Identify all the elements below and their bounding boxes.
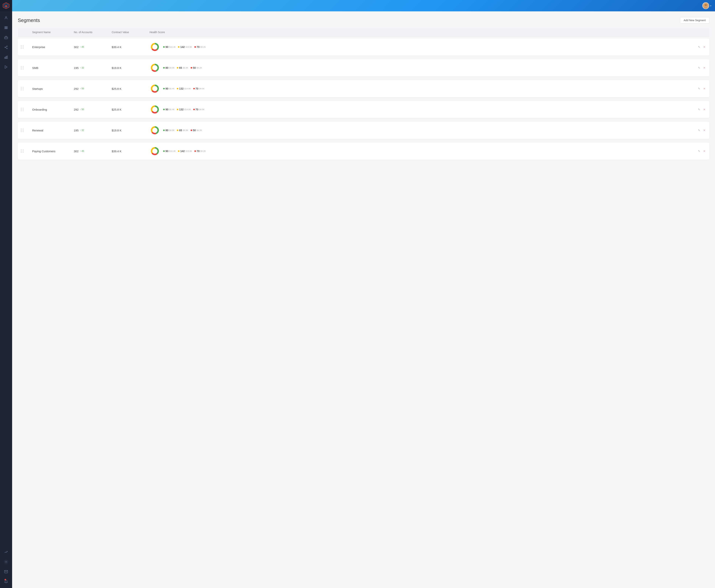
chart-bar-icon xyxy=(4,55,8,59)
segment-name: Startups xyxy=(32,87,74,90)
score-group: 132 $14.8K xyxy=(177,108,191,111)
avatar-image xyxy=(703,3,709,9)
chart-analytics-icon xyxy=(4,550,8,554)
accounts-cell: 195 ↑ 32 xyxy=(74,129,112,132)
table-row: Paying Customers 302 ↑ 45 $39.4 K 90 $10… xyxy=(18,143,709,160)
score-group: 90 $6.4K xyxy=(163,108,175,111)
score-value: 90 xyxy=(166,45,169,48)
user-avatar-container[interactable]: ▾ xyxy=(702,2,711,9)
sidebar-item-notification[interactable] xyxy=(4,577,8,586)
drag-dot xyxy=(21,131,22,132)
sidebar-item-user[interactable] xyxy=(0,13,12,22)
score-amount: $19.8K xyxy=(186,150,192,152)
score-value: 90 xyxy=(166,108,169,111)
app-logo-icon xyxy=(3,2,9,9)
user-menu-chevron-icon: ▾ xyxy=(710,5,711,7)
edit-button[interactable]: ✎ xyxy=(697,149,701,153)
drag-handle[interactable] xyxy=(21,108,24,111)
svg-marker-17 xyxy=(5,66,7,68)
drag-dot xyxy=(21,48,22,49)
accounts-delta: ↑ 45 xyxy=(80,150,84,152)
row-actions: ✎ ✕ xyxy=(697,86,706,91)
health-cell: 90 $6.4K 132 $14.8K 70 $4.6K ✎ ✕ xyxy=(150,83,706,94)
drag-dot xyxy=(21,87,22,88)
score-group: 90 $6.4K xyxy=(163,87,175,90)
page-title: Segments xyxy=(18,17,40,23)
svg-rect-15 xyxy=(6,57,6,59)
drag-dot xyxy=(21,69,22,69)
sidebar-item-briefcase[interactable] xyxy=(0,33,12,42)
col-segment-name: Segment Name xyxy=(32,31,74,34)
list-icon xyxy=(4,26,8,29)
drag-dot xyxy=(21,45,22,46)
drag-dot xyxy=(23,149,23,150)
score-group: 142 $19.8K xyxy=(178,45,192,48)
sidebar-item-analytics[interactable] xyxy=(4,547,8,556)
contract-value: $39.4 K xyxy=(112,45,150,49)
sidebar-item-chart-bar[interactable] xyxy=(0,52,12,62)
sidebar-item-play[interactable] xyxy=(0,63,12,71)
svg-point-24 xyxy=(152,86,157,91)
score-group: 70 $9.2K xyxy=(194,45,206,48)
score-amount: $6.8K xyxy=(183,129,188,131)
edit-button[interactable]: ✎ xyxy=(697,107,701,112)
sidebar-bottom xyxy=(4,546,8,588)
score-group: 90 $10.4K xyxy=(163,45,176,48)
drag-handle[interactable] xyxy=(21,87,24,90)
score-amount: $6.4K xyxy=(169,87,175,90)
edit-button[interactable]: ✎ xyxy=(697,128,701,132)
segment-name: Enterprise xyxy=(32,45,74,49)
sidebar-item-settings[interactable] xyxy=(4,557,8,566)
donut-chart xyxy=(150,125,160,135)
donut-chart xyxy=(150,104,160,115)
drag-handle[interactable] xyxy=(21,66,24,69)
score-dot xyxy=(177,67,178,68)
score-dot xyxy=(177,109,178,110)
delete-button[interactable]: ✕ xyxy=(702,149,706,153)
delete-button[interactable]: ✕ xyxy=(702,86,706,91)
add-new-segment-button[interactable]: Add New Segment xyxy=(680,17,709,23)
health-cell: 80 $8.8K 65 $6.8K 50 $4.2K ✎ ✕ xyxy=(150,63,706,73)
contract-value: $19.8 K xyxy=(112,129,150,132)
segment-name: Paying Customers xyxy=(32,150,74,153)
edit-button[interactable]: ✎ xyxy=(697,86,701,91)
row-actions: ✎ ✕ xyxy=(697,149,706,153)
sidebar-item-share[interactable] xyxy=(0,43,12,52)
contract-value: $39.4 K xyxy=(112,150,150,153)
edit-button[interactable]: ✎ xyxy=(697,65,701,70)
score-value: 50 xyxy=(193,129,196,132)
drag-handle[interactable] xyxy=(21,45,24,49)
delete-button[interactable]: ✕ xyxy=(702,128,706,132)
sidebar-logo[interactable] xyxy=(0,0,12,12)
svg-point-18 xyxy=(6,562,7,563)
delete-button[interactable]: ✕ xyxy=(702,107,706,112)
top-header: ▾ xyxy=(12,0,715,12)
avatar-svg xyxy=(703,2,709,9)
score-group: 142 $19.8K xyxy=(178,150,192,153)
table-row: Onboarding 292 ↑ 50 $25.8 K 90 $6.4K 132… xyxy=(18,101,709,118)
score-dot xyxy=(193,88,195,89)
drag-dot xyxy=(21,108,22,108)
svg-point-9 xyxy=(7,46,7,47)
score-dot xyxy=(163,46,165,48)
edit-button[interactable]: ✎ xyxy=(697,45,701,49)
drag-dot xyxy=(21,47,22,47)
drag-handle[interactable] xyxy=(21,149,24,153)
score-amount: $6.8K xyxy=(183,67,188,69)
score-dot xyxy=(178,46,179,48)
svg-line-13 xyxy=(5,47,7,48)
col-contract-value: Contract Value xyxy=(112,31,150,34)
sidebar-item-mail[interactable] xyxy=(4,567,8,576)
table-row: Enterprise 302 ↑ 45 $39.4 K 90 $10.4K 14… xyxy=(18,38,709,56)
table-row: Renewal 195 ↑ 32 $19.8 K 80 $8.8K 65 $6.… xyxy=(18,122,709,139)
svg-rect-16 xyxy=(7,56,7,59)
delete-button[interactable]: ✕ xyxy=(702,45,706,49)
contract-value: $25.8 K xyxy=(112,87,150,90)
col-drag xyxy=(21,31,32,34)
row-actions: ✎ ✕ xyxy=(697,128,706,132)
score-amount: $4.6K xyxy=(199,108,204,111)
delete-button[interactable]: ✕ xyxy=(702,65,706,70)
sidebar-item-list[interactable] xyxy=(0,23,12,32)
drag-handle[interactable] xyxy=(21,129,24,132)
drag-dot xyxy=(23,110,23,111)
